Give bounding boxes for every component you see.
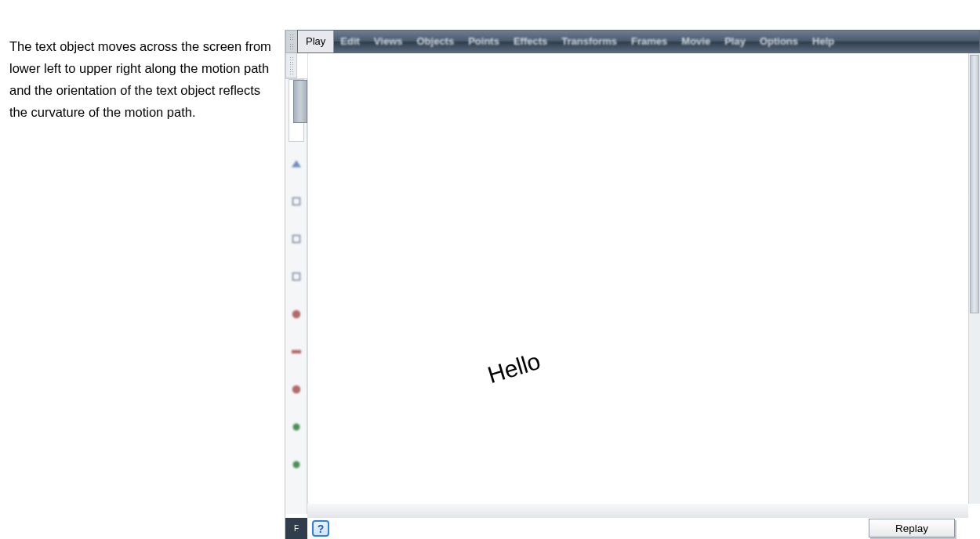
menu-item-edit[interactable]: Edit bbox=[334, 31, 368, 52]
svg-rect-2 bbox=[293, 273, 300, 280]
tool-icon-3[interactable] bbox=[285, 220, 307, 258]
description-text: The text object moves across the screen … bbox=[9, 35, 276, 123]
svg-point-5 bbox=[292, 385, 301, 394]
toolbox bbox=[285, 78, 307, 514]
menu-item-options[interactable]: Options bbox=[753, 31, 806, 52]
svg-rect-1 bbox=[293, 236, 300, 243]
replay-button[interactable]: Replay bbox=[869, 519, 955, 537]
svg-point-6 bbox=[293, 424, 300, 431]
app-window: Play Edit Views Objects Points Effects T… bbox=[285, 30, 980, 539]
tool-icon-1[interactable] bbox=[285, 145, 307, 183]
menu-item-effects[interactable]: Effects bbox=[507, 31, 555, 52]
vertical-scrollbar-thumb[interactable] bbox=[970, 55, 979, 313]
toolbox-scroll-thumb[interactable] bbox=[293, 80, 307, 123]
menu-item-transforms[interactable]: Transforms bbox=[555, 31, 625, 52]
status-bar: F ? Replay bbox=[285, 504, 980, 539]
menubar-grip-icon[interactable] bbox=[285, 30, 297, 53]
tool-icon-8[interactable] bbox=[285, 408, 307, 446]
menu-item-frames[interactable]: Frames bbox=[625, 31, 675, 52]
tool-icon-4[interactable] bbox=[285, 258, 307, 295]
toolbox-scroll-track[interactable] bbox=[289, 79, 304, 142]
help-icon[interactable]: ? bbox=[312, 520, 329, 537]
menubar: Play Edit Views Objects Points Effects T… bbox=[297, 30, 980, 53]
svg-rect-4 bbox=[292, 350, 301, 354]
vertical-scrollbar[interactable] bbox=[968, 53, 980, 504]
menu-item-play2[interactable]: Play bbox=[718, 31, 753, 52]
status-shade bbox=[307, 504, 968, 518]
tool-icon-6[interactable] bbox=[285, 333, 307, 371]
menu-item-views[interactable]: Views bbox=[368, 31, 411, 52]
menu-item-movie[interactable]: Movie bbox=[675, 31, 718, 52]
menu-item-play[interactable]: Play bbox=[298, 31, 334, 52]
svg-rect-0 bbox=[293, 198, 300, 205]
text-object-hello[interactable]: Hello bbox=[485, 348, 543, 389]
canvas[interactable]: Hello bbox=[307, 53, 968, 504]
tool-icon-5[interactable] bbox=[285, 295, 307, 333]
menu-item-help[interactable]: Help bbox=[806, 31, 842, 52]
sub-grip-icon[interactable] bbox=[285, 53, 297, 78]
svg-point-7 bbox=[293, 461, 300, 468]
page-root: The text object moves across the screen … bbox=[0, 0, 980, 539]
tool-icon-7[interactable] bbox=[285, 371, 307, 408]
tool-icon-9[interactable] bbox=[285, 446, 307, 483]
svg-point-3 bbox=[292, 310, 301, 319]
menu-item-objects[interactable]: Objects bbox=[410, 31, 462, 52]
menu-item-points[interactable]: Points bbox=[462, 31, 507, 52]
status-left-label: F bbox=[285, 518, 307, 539]
tool-icon-2[interactable] bbox=[285, 183, 307, 220]
